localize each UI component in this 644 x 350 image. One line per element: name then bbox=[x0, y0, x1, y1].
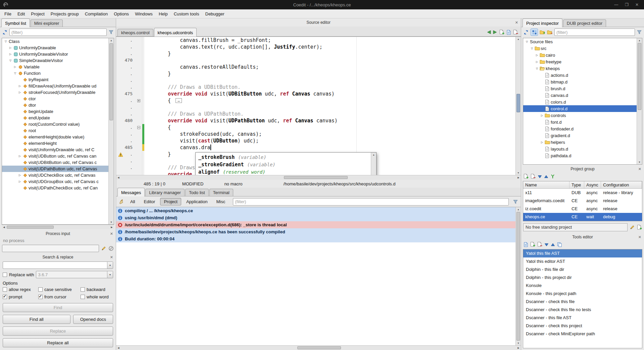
tool-konsole-this-project-path[interactable]: Konsole - this project path bbox=[523, 290, 642, 298]
message-row[interactable]: Build duration: 00:00:04 bbox=[116, 235, 515, 242]
project-row-iz-coedit[interactable]: iz.coeditCEasyncrelease bbox=[523, 205, 642, 213]
editor-hscrollbar[interactable]: ◀▶ bbox=[116, 175, 521, 180]
scroll-thumb[interactable] bbox=[109, 43, 113, 120]
tab-project-inspector[interactable]: Project inspector bbox=[523, 18, 562, 27]
expand-icon[interactable]: ▷ bbox=[540, 141, 544, 144]
file-colors-d[interactable]: colors.d bbox=[523, 99, 637, 105]
code-line[interactable]: . /// Draws a UDBitButton. bbox=[116, 84, 521, 91]
tool-konsole[interactable]: Konsole bbox=[523, 282, 642, 290]
checkbox-box[interactable] bbox=[81, 287, 85, 292]
code-line[interactable]: . canvas.fillBrush = _brushFont; bbox=[116, 37, 521, 44]
symbol-beginupdate[interactable]: beginUpdate bbox=[2, 108, 108, 115]
scroll-thumb[interactable] bbox=[297, 346, 341, 349]
code-line[interactable]: . visit(cast(UDButton) udc); bbox=[116, 137, 521, 144]
checkbox-box[interactable] bbox=[38, 287, 43, 292]
file-controls[interactable]: ▷controls bbox=[523, 112, 637, 119]
code-line[interactable]: . } bbox=[116, 70, 521, 77]
checkbox-box[interactable] bbox=[3, 287, 7, 292]
tab-mini-explorer[interactable]: Mini explorer bbox=[31, 19, 63, 27]
symbol-visit-udpathbutton-udc-ref-canvas[interactable]: visit(UDPathButton udc, ref Canvas bbox=[2, 166, 108, 172]
code-line[interactable]: . canvas.text(rc, udc.caption[], Justify… bbox=[116, 44, 521, 50]
tool-yatol-this-editor-ast[interactable]: Yatol this editor AST bbox=[523, 257, 642, 266]
fold-gutter[interactable] bbox=[136, 97, 142, 104]
symbol-function[interactable]: ▽Function bbox=[2, 70, 108, 76]
symbol-tree-vscrollbar[interactable]: ▲▼ bbox=[108, 38, 114, 224]
symbol-filter-input[interactable] bbox=[9, 28, 107, 36]
tool-dolphin-this-project-dir[interactable]: Dolphin - this project dir bbox=[523, 274, 642, 282]
tool-yatol-this-file-ast[interactable]: Yatol this file AST bbox=[523, 249, 642, 257]
expand-icon[interactable]: ▷ bbox=[17, 84, 22, 88]
menu-edit[interactable]: Edit bbox=[14, 9, 28, 18]
messages-hscrollbar[interactable]: ◀▶ bbox=[116, 345, 521, 350]
add-project-button[interactable] bbox=[524, 174, 529, 179]
menu-debugger[interactable]: Debugger bbox=[202, 9, 228, 18]
expand-icon[interactable]: ▷ bbox=[540, 114, 544, 117]
close-group-panel-icon[interactable]: ✕ bbox=[638, 166, 641, 172]
symbol-variable[interactable]: ▷Variable bbox=[2, 64, 108, 70]
fold-expand-icon[interactable] bbox=[137, 99, 140, 102]
symbol-elementheight-double-value[interactable]: elementHeight(double value) bbox=[2, 134, 108, 140]
close-tools-panel-icon[interactable]: ✕ bbox=[638, 234, 641, 240]
menu-compilation[interactable]: Compilation bbox=[82, 9, 111, 18]
refresh-project-icon[interactable] bbox=[523, 30, 529, 35]
replace-with-checkbox[interactable] bbox=[3, 273, 7, 277]
menu-windows[interactable]: Windows bbox=[132, 9, 156, 18]
scroll-thumb[interactable] bbox=[7, 226, 54, 229]
tool-dscanner-check-this-project[interactable]: Dscanner - check this project bbox=[523, 322, 642, 330]
tab-symbol-list[interactable]: Symbol list bbox=[1, 18, 30, 27]
expand-icon[interactable]: ▷ bbox=[535, 60, 539, 63]
symbol-visit-udbutton-udc-ref-canvas-can[interactable]: ▷visit(UDButton udc, ref Canvas can bbox=[2, 153, 108, 159]
symbol-visit-udgroupbox-udc-ref-canvas-c[interactable]: ▷visit(UDGroupBox udc, ref Canvas c bbox=[2, 178, 108, 185]
tool-dscanner-this-file-ast[interactable]: Dscanner - this file AST bbox=[523, 314, 642, 322]
checkbox-box[interactable] bbox=[3, 295, 7, 299]
symbol-tree-hscrollbar[interactable]: ◀▶ bbox=[2, 225, 114, 229]
code-line[interactable]: . { … bbox=[116, 97, 521, 104]
filter-application-button[interactable]: Application bbox=[183, 198, 211, 206]
symbol-visit-uniformlydrawable-udc-ref-c[interactable]: visit(UniformlyDrawable udc, ref C bbox=[2, 147, 108, 153]
column-configuration[interactable]: Configuration bbox=[601, 181, 642, 188]
clear-messages-icon[interactable] bbox=[119, 199, 125, 205]
file-gradient-d[interactable]: gradient.d bbox=[523, 132, 637, 139]
replace-all-button[interactable]: Replace all bbox=[3, 338, 113, 347]
fold-gutter[interactable] bbox=[136, 124, 142, 131]
completion-item-alignof[interactable]: alignof(reserved word) bbox=[196, 168, 371, 175]
code-line[interactable]: 475 override void visit(UDBitButton udc,… bbox=[116, 91, 521, 97]
remove-folder-icon[interactable] bbox=[547, 30, 553, 35]
tab-library-manager[interactable]: Library manager bbox=[145, 189, 185, 196]
symbol-root[interactable]: root bbox=[2, 127, 108, 134]
tool-up-button[interactable] bbox=[551, 242, 555, 247]
tool-dscanner-check-this-file[interactable]: Dscanner - check this file bbox=[523, 298, 642, 306]
checkbox-backward[interactable]: backward bbox=[81, 287, 113, 292]
close-search-panel-icon[interactable]: ✕ bbox=[110, 254, 113, 260]
file-helpers[interactable]: ▷helpers bbox=[523, 139, 637, 145]
symbol-visit-udpathcheckbox-udc-ref-can[interactable]: visit(UDPathCheckBox udc, ref Can bbox=[2, 185, 108, 191]
project-filter-icon[interactable] bbox=[637, 30, 642, 35]
file-actions-d[interactable]: actions.d bbox=[523, 72, 637, 78]
project-filter-input[interactable] bbox=[554, 28, 635, 36]
tab-messages[interactable]: Messages bbox=[117, 188, 145, 196]
code-line[interactable]: . canvas.restoreAllDefaults; bbox=[116, 64, 521, 70]
file-freetype[interactable]: ▷freetype bbox=[523, 58, 637, 65]
messages-filter-input[interactable] bbox=[233, 198, 509, 206]
code-line[interactable]: . { bbox=[116, 124, 521, 131]
tool-remove-button[interactable] bbox=[537, 242, 542, 247]
completion-item-strokebrush[interactable]: _strokeBrush(variable) bbox=[196, 154, 371, 161]
project-row-imageformats-coedit[interactable]: imageformats.coeditCEasyncrelease bbox=[523, 197, 642, 205]
message-row[interactable]: /home/basile/dev/projects/kheops/kheops.… bbox=[116, 228, 515, 235]
next-file-icon[interactable] bbox=[493, 30, 497, 34]
file-kheops[interactable]: ▽kheops bbox=[523, 65, 637, 72]
search-dropdown-icon[interactable]: ▼ bbox=[107, 262, 113, 269]
replace-button[interactable]: Replace bbox=[3, 327, 113, 336]
fold-collapse-icon[interactable] bbox=[137, 126, 140, 129]
checkbox-allow-regex[interactable]: allow regex bbox=[3, 287, 38, 292]
code-line[interactable]: . bbox=[116, 77, 521, 84]
filter-options-icon[interactable] bbox=[108, 30, 114, 35]
checkbox-case-sensitive[interactable]: case sensitive bbox=[38, 287, 81, 292]
menu-file[interactable]: File bbox=[1, 9, 14, 18]
edit-free-project-icon[interactable] bbox=[630, 225, 635, 230]
filter-misc-button[interactable]: Misc bbox=[213, 198, 229, 206]
code-editor[interactable]: . canvas.fillBrush = _brushFont;. canvas… bbox=[116, 37, 521, 175]
symbol-endupdate[interactable]: endUpdate bbox=[2, 115, 108, 121]
doc-tab-kheops-control[interactable]: kheops.control bbox=[117, 29, 153, 36]
filter-editor-button[interactable]: Editor bbox=[140, 198, 159, 206]
